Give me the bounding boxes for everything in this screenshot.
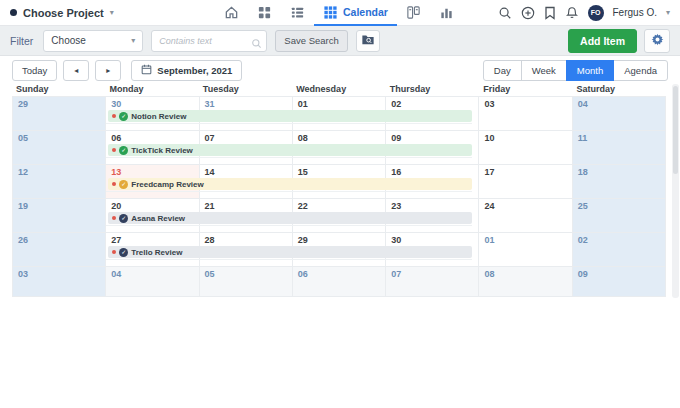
user-chevron-down-icon[interactable]: ▾ bbox=[666, 9, 670, 17]
today-button[interactable]: Today bbox=[12, 60, 57, 81]
scrollbar-thumb[interactable] bbox=[673, 86, 678, 174]
day-cell-05[interactable]: 05 bbox=[200, 267, 293, 296]
event-asana-review[interactable]: ✓Asana Review bbox=[108, 212, 472, 224]
event-lane-divider bbox=[106, 191, 472, 192]
day-cell-06[interactable]: 06 bbox=[293, 267, 386, 296]
priority-dot-icon bbox=[112, 216, 116, 220]
day-cell-10[interactable]: 10 bbox=[479, 131, 572, 164]
calendar-grid: 29303101020304✓Notion Review050607080910… bbox=[12, 96, 666, 297]
day-cell-19[interactable]: 19 bbox=[13, 199, 106, 232]
priority-dot-icon bbox=[112, 148, 116, 152]
calendar-week-row: 12131415161718✓Freedcamp Review bbox=[13, 165, 666, 199]
day-cell-03[interactable]: 03 bbox=[13, 267, 106, 296]
contains-text-input[interactable] bbox=[151, 30, 267, 52]
filter-select[interactable]: Choose ▾ bbox=[43, 30, 143, 52]
day-cell-04[interactable]: 04 bbox=[573, 97, 666, 130]
mini-calendar-icon bbox=[141, 64, 152, 77]
event-title: Notion Review bbox=[131, 112, 186, 121]
boards-grid-icon bbox=[257, 5, 272, 20]
view-agenda-button[interactable]: Agenda bbox=[613, 60, 668, 81]
event-trello-review[interactable]: ✓Trello Review bbox=[108, 246, 472, 258]
date-label: 01 bbox=[293, 97, 385, 109]
gear-icon bbox=[651, 32, 664, 50]
day-cell-17[interactable]: 17 bbox=[479, 165, 572, 198]
date-label: 21 bbox=[200, 199, 292, 211]
day-cell-11[interactable]: 11 bbox=[573, 131, 666, 164]
prev-month-button[interactable]: ◂ bbox=[63, 60, 89, 81]
day-cell-01[interactable]: 01 bbox=[479, 233, 572, 266]
project-color-dot-icon bbox=[10, 9, 17, 16]
day-cell-26[interactable]: 26 bbox=[13, 233, 106, 266]
home-icon bbox=[224, 5, 239, 20]
day-cell-04[interactable]: 04 bbox=[106, 267, 199, 296]
calendar-week-row: 19202122232425✓Asana Review bbox=[13, 199, 666, 233]
day-cell-25[interactable]: 25 bbox=[573, 199, 666, 232]
priority-dot-icon bbox=[112, 114, 116, 118]
date-label: 05 bbox=[13, 131, 105, 143]
add-item-button[interactable]: Add Item bbox=[568, 29, 637, 53]
date-label: 26 bbox=[13, 233, 105, 245]
contains-text-field-wrap bbox=[151, 30, 267, 52]
view-day-button[interactable]: Day bbox=[483, 60, 522, 81]
date-label: 25 bbox=[573, 199, 665, 211]
date-label: 30 bbox=[386, 233, 478, 245]
date-label: 04 bbox=[106, 267, 198, 279]
save-search-button[interactable]: Save Search bbox=[275, 30, 347, 52]
user-avatar[interactable]: FO bbox=[588, 5, 604, 21]
filter-right-actions: Add Item bbox=[568, 29, 670, 53]
day-cell-08[interactable]: 08 bbox=[479, 267, 572, 296]
search-icon[interactable] bbox=[498, 6, 512, 20]
calendar-week-row: 29303101020304✓Notion Review bbox=[13, 97, 666, 131]
nav-home[interactable] bbox=[215, 0, 248, 26]
nav-boards[interactable] bbox=[248, 0, 281, 26]
top-bar: Choose Project ▾ Calendar bbox=[0, 0, 680, 26]
status-check-icon: ✓ bbox=[119, 248, 128, 257]
filter-label: Filter bbox=[10, 35, 33, 47]
day-cell-03[interactable]: 03 bbox=[479, 97, 572, 130]
event-notion-review[interactable]: ✓Notion Review bbox=[108, 110, 472, 122]
saved-searches-button[interactable] bbox=[356, 30, 380, 52]
vertical-scrollbar[interactable] bbox=[672, 84, 679, 298]
event-title: Trello Review bbox=[131, 248, 182, 257]
day-cell-05[interactable]: 05 bbox=[13, 131, 106, 164]
kanban-icon bbox=[406, 5, 421, 20]
date-label: 29 bbox=[293, 233, 385, 245]
nav-reports[interactable] bbox=[430, 0, 463, 26]
date-label: 16 bbox=[386, 165, 478, 177]
event-title: Asana Review bbox=[131, 214, 185, 223]
nav-task-list[interactable] bbox=[281, 0, 314, 26]
bookmark-icon[interactable] bbox=[544, 6, 556, 20]
date-label: 07 bbox=[386, 267, 478, 279]
period-picker-button[interactable]: September, 2021 bbox=[131, 60, 242, 81]
bell-icon[interactable] bbox=[565, 6, 579, 20]
add-circle-icon[interactable] bbox=[521, 6, 535, 20]
select-chevron-down-icon: ▾ bbox=[131, 37, 135, 45]
date-label: 14 bbox=[200, 165, 292, 177]
day-cell-07[interactable]: 07 bbox=[386, 267, 479, 296]
date-label: 06 bbox=[293, 267, 385, 279]
date-label: 12 bbox=[13, 165, 105, 177]
day-cell-18[interactable]: 18 bbox=[573, 165, 666, 198]
nav-kanban[interactable] bbox=[397, 0, 430, 26]
settings-button[interactable] bbox=[644, 29, 670, 53]
calendar-toolbar: Today ◂ ▸ September, 2021 Day Week Month… bbox=[0, 56, 680, 84]
next-month-button[interactable]: ▸ bbox=[95, 60, 121, 81]
nav-calendar[interactable]: Calendar bbox=[314, 0, 397, 26]
day-cell-02[interactable]: 02 bbox=[573, 233, 666, 266]
event-lane-divider bbox=[106, 225, 472, 226]
date-label: 08 bbox=[293, 131, 385, 143]
event-ticktick-review[interactable]: ✓TickTick Review bbox=[108, 144, 472, 156]
day-cell-29[interactable]: 29 bbox=[13, 97, 106, 130]
day-cell-12[interactable]: 12 bbox=[13, 165, 106, 198]
project-selector[interactable]: Choose Project ▾ bbox=[10, 7, 114, 19]
event-lane-divider bbox=[106, 157, 472, 158]
view-week-button[interactable]: Week bbox=[521, 60, 567, 81]
calendar-week-row: 26272829300102✓Trello Review bbox=[13, 233, 666, 267]
event-freedcamp-review[interactable]: ✓Freedcamp Review bbox=[108, 178, 472, 190]
status-check-icon: ✓ bbox=[119, 180, 128, 189]
day-cell-09[interactable]: 09 bbox=[573, 267, 666, 296]
user-name[interactable]: Fergus O. bbox=[613, 7, 657, 18]
date-label: 17 bbox=[479, 165, 571, 177]
day-cell-24[interactable]: 24 bbox=[479, 199, 572, 232]
view-month-button[interactable]: Month bbox=[566, 60, 614, 81]
